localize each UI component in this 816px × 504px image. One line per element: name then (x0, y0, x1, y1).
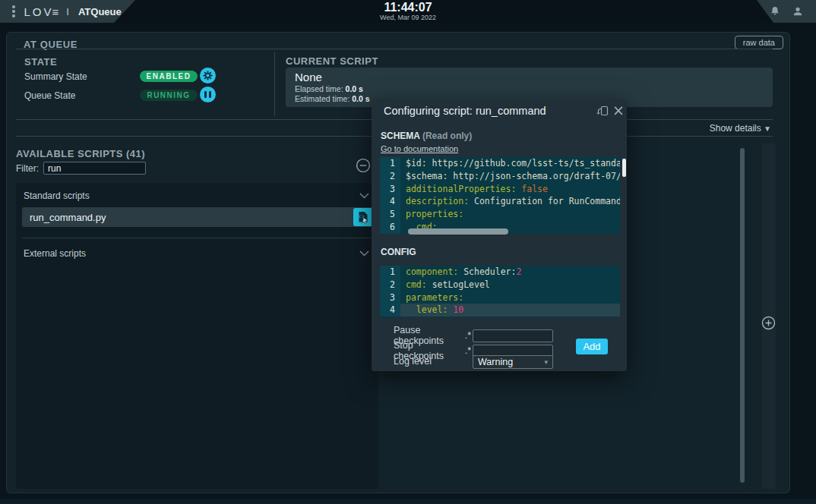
available-scripts-title: AVAILABLE SCRIPTS (41) (16, 148, 145, 159)
clock-date: Wed, Mar 09 2022 (380, 14, 436, 21)
dropdown-caret-icon: ▾ (544, 358, 548, 366)
raw-data-button[interactable]: raw data (735, 36, 783, 49)
show-details-toggle[interactable]: Show details ▼ (710, 123, 771, 134)
collapse-scripts-button[interactable] (355, 157, 372, 176)
top-bar-left: LOV≡ I ATQueue (0, 0, 135, 23)
queue-state-badge: RUNNING (140, 90, 198, 101)
elapsed-value: 0.0 s (346, 84, 363, 93)
filter-label: Filter: (16, 163, 39, 174)
code-line[interactable]: 4description: Configuration for RunComma… (380, 195, 620, 208)
current-script-title: CURRENT SCRIPT (286, 55, 378, 67)
estimated-value: 0.0 s (352, 94, 369, 103)
queue-scrollbar[interactable] (740, 148, 745, 483)
schema-readonly-note: (Read only) (422, 131, 472, 141)
schema-hscrollbar[interactable] (408, 228, 508, 235)
summary-state-gear-button[interactable] (200, 68, 216, 83)
code-text: $id: https://github.com/lsst-ts/ts_stand… (400, 157, 620, 170)
logo-separator: I (66, 6, 69, 17)
menu-dots-icon[interactable] (12, 5, 15, 17)
expand-panel-button[interactable] (761, 315, 776, 333)
launch-script-icon (357, 211, 369, 224)
code-text: additionalProperties: false (400, 183, 620, 196)
line-number: 3 (380, 291, 400, 304)
summary-state-label: Summary State (24, 71, 87, 82)
code-text: properties: (400, 208, 620, 221)
estimated-label: Estimated time: (295, 94, 349, 103)
modal-title: Configuring script: run_command (384, 105, 546, 117)
close-icon: × (612, 102, 625, 118)
script-row-run-command[interactable]: run_command.py (22, 207, 374, 227)
gear-icon (202, 70, 213, 81)
scripts-list-box: Standard scripts run_command.py External… (16, 183, 378, 489)
pause-queue-button[interactable] (200, 87, 216, 102)
code-line[interactable]: 3additionalProperties: false (380, 183, 620, 196)
app-title: ATQueue (78, 6, 122, 17)
footer-bar (0, 499, 816, 504)
code-text: level: 10 (400, 304, 620, 317)
launch-script-button[interactable] (353, 208, 373, 226)
line-number: 6 (380, 221, 400, 234)
show-details-caret-icon: ▼ (764, 124, 771, 133)
code-line[interactable]: 4 level: 10 (380, 304, 620, 317)
schema-vscrollbar[interactable] (622, 159, 626, 177)
line-number: 2 (380, 279, 400, 291)
code-line[interactable]: 3parameters: (380, 291, 620, 304)
code-line[interactable]: 5properties: (380, 208, 620, 221)
top-bar: LOV≡ I ATQueue 11:44:07 Wed, Mar 09 2022 (0, 0, 816, 23)
bell-icon[interactable] (769, 5, 781, 17)
standard-scripts-header[interactable]: Standard scripts (16, 187, 378, 204)
elapsed-label: Elapsed time: (295, 84, 343, 93)
circle-minus-icon (355, 157, 372, 174)
detach-modal-button[interactable] (596, 104, 609, 119)
config-code-editor[interactable]: 1component: Scheduler:22cmd: setLogLevel… (380, 266, 620, 317)
summary-state-badge: ENABLED (140, 71, 198, 82)
filter-input[interactable] (43, 162, 146, 175)
log-level-label: Log level (394, 356, 432, 367)
title-divider (16, 49, 773, 49)
log-level-value: Warning (478, 357, 544, 367)
external-scripts-label: External scripts (24, 248, 359, 259)
line-number: 5 (380, 208, 400, 221)
top-bar-right (731, 0, 816, 23)
love-logo: LOV≡ (24, 5, 59, 18)
user-icon[interactable] (792, 5, 804, 17)
chevron-down-icon (359, 250, 369, 257)
code-text: parameters: (400, 291, 620, 304)
external-scripts-header[interactable]: External scripts (16, 245, 378, 262)
close-modal-button[interactable]: × (612, 103, 625, 118)
chevron-down-icon (359, 193, 369, 199)
clock: 11:44:07 Wed, Mar 09 2022 (380, 1, 436, 21)
line-number: 2 (380, 170, 400, 183)
standard-scripts-label: Standard scripts (24, 191, 359, 201)
line-number: 4 (380, 304, 400, 317)
line-number: 3 (380, 183, 400, 196)
add-button[interactable]: Add (576, 339, 608, 354)
documentation-link[interactable]: Go to documentation (381, 144, 458, 153)
log-level-select[interactable]: Warning ▾ (473, 355, 553, 369)
code-line[interactable]: 2$schema: http://json-schema.org/draft-0… (380, 170, 620, 183)
config-heading: CONFIG (381, 247, 416, 257)
detach-icon (596, 104, 609, 117)
line-number: 4 (380, 195, 400, 208)
group-divider (22, 238, 374, 238)
clock-time: 11:44:07 (380, 1, 436, 14)
line-number: 1 (380, 266, 400, 279)
current-script-name: None (295, 71, 764, 83)
state-section-title: STATE (24, 56, 57, 68)
state-script-divider (274, 52, 275, 116)
schema-code-editor[interactable]: 1$id: https://github.com/lsst-ts/ts_stan… (380, 157, 620, 234)
stop-checkpoints-regex: .* (465, 345, 473, 356)
schema-heading: SCHEMA (381, 131, 420, 141)
pause-icon (204, 91, 210, 98)
pause-checkpoints-regex: .* (465, 330, 473, 341)
code-line[interactable]: 1$id: https://github.com/lsst-ts/ts_stan… (380, 157, 620, 170)
script-name: run_command.py (30, 212, 353, 223)
queue-state-label: Queue State (24, 90, 75, 101)
line-number: 1 (380, 157, 400, 170)
configure-script-modal: Configuring script: run_command × SCHEMA… (372, 99, 627, 371)
code-text: cmd: setLogLevel (400, 279, 620, 291)
code-line[interactable]: 2cmd: setLogLevel (380, 279, 620, 291)
circle-plus-icon (761, 315, 776, 331)
code-line[interactable]: 1component: Scheduler:2 (380, 266, 620, 279)
code-text: description: Configuration for RunComman… (400, 195, 620, 208)
